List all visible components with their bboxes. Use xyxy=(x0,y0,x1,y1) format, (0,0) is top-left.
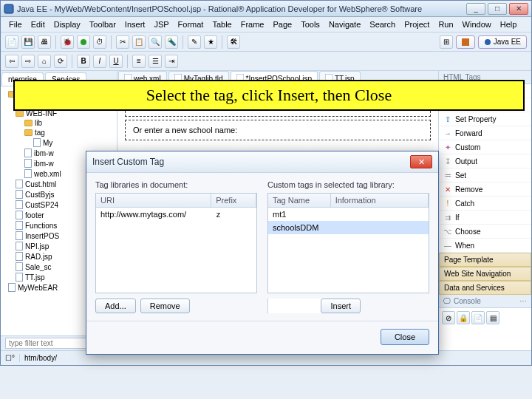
menu-edit[interactable]: Edit xyxy=(27,18,49,30)
console-icon: 🖵 xyxy=(443,297,451,305)
list-icon[interactable]: ☰ xyxy=(149,55,162,68)
customtags-table[interactable]: Tag Name Information mt1 schoolsDDM xyxy=(267,193,429,293)
close-button[interactable]: Close xyxy=(381,329,429,345)
menu-tools[interactable]: Tools xyxy=(297,18,324,30)
save-button[interactable]: 💾 xyxy=(21,35,35,49)
panel-controls-icon[interactable]: ⋯ xyxy=(519,297,527,305)
minimize-button[interactable]: _ xyxy=(466,3,485,15)
profile-button[interactable]: ⏱ xyxy=(93,35,106,49)
close-window-button[interactable]: ✕ xyxy=(509,3,528,15)
menu-format[interactable]: Format xyxy=(174,18,208,30)
open-type-icon[interactable]: 🔍 xyxy=(149,35,162,49)
refresh-icon[interactable]: ⟳ xyxy=(54,55,67,68)
menu-frame[interactable]: Frame xyxy=(237,18,268,30)
bookmarks-icon[interactable]: ★ xyxy=(204,35,217,49)
underline-icon[interactable]: U xyxy=(109,55,123,68)
menu-navigate[interactable]: Navigate xyxy=(325,18,364,30)
indent-icon[interactable]: ⇥ xyxy=(165,55,178,68)
console-btn-2[interactable]: 🔒 xyxy=(457,311,470,324)
console-btn-1[interactable]: ⊘ xyxy=(442,311,455,324)
folder-icon xyxy=(24,129,33,136)
svg-point-1 xyxy=(81,39,86,45)
menu-display[interactable]: Display xyxy=(50,18,84,30)
console-btn-4[interactable]: ▤ xyxy=(486,311,499,324)
window-title: Java EE - MyWeb/WebContent/InsertPOSchoo… xyxy=(17,4,466,13)
perspective-switcher: ⊞ Java EE xyxy=(440,35,527,49)
menubar: File Edit Display Toolbar Insert JSP For… xyxy=(1,17,531,33)
file-icon xyxy=(16,180,23,188)
palette-item-icon: ✦ xyxy=(443,143,452,151)
file-icon xyxy=(16,242,23,250)
tree-item[interactable]: tag xyxy=(2,128,115,137)
menu-run[interactable]: Run xyxy=(434,18,457,30)
italic-icon[interactable]: I xyxy=(93,55,106,68)
menu-jsp[interactable]: JSP xyxy=(150,18,172,30)
perspective-javaee[interactable]: Java EE xyxy=(478,35,527,49)
table-row[interactable]: mt1 xyxy=(268,208,429,221)
add-button[interactable]: Add... xyxy=(95,299,136,313)
toolbar-main: 📄 💾 🖶 🐞 ⏱ ✂ 📋 🔍 🔦 ✎ ★ 🛠 ⊞ Java EE xyxy=(1,33,531,52)
outline-icon[interactable]: ☐° xyxy=(5,354,15,362)
palette-item-icon: — xyxy=(443,241,452,250)
table-row[interactable]: http://www.mytags.com/ z xyxy=(96,208,256,221)
perspective-java-icon[interactable] xyxy=(456,35,475,49)
palette-item[interactable]: —When xyxy=(439,239,531,253)
tree-item[interactable]: lib xyxy=(2,118,115,128)
menu-toolbar[interactable]: Toolbar xyxy=(86,18,120,30)
menu-window[interactable]: Window xyxy=(459,18,495,30)
menu-search[interactable]: Search xyxy=(366,18,399,30)
console-btn-3[interactable]: 📄 xyxy=(471,311,485,324)
svg-rect-2 xyxy=(462,38,469,46)
palette-item-icon: ✕ xyxy=(443,185,452,194)
search-icon[interactable]: 🔦 xyxy=(165,35,178,49)
annotations-icon[interactable]: ✎ xyxy=(188,35,201,49)
dialog-close-x-button[interactable]: ✕ xyxy=(410,155,432,168)
svg-point-3 xyxy=(485,39,491,45)
palette-item[interactable]: !Catch xyxy=(439,197,531,211)
menu-file[interactable]: File xyxy=(5,18,26,30)
palette-item[interactable]: ↧Output xyxy=(439,154,531,168)
palette-cat-page-template[interactable]: Page Template xyxy=(439,253,531,267)
debug-button[interactable]: 🐞 xyxy=(61,35,74,49)
annotation-banner: Select the tag, click Insert, then Close xyxy=(13,80,525,111)
tool-icon[interactable]: 🛠 xyxy=(227,35,240,49)
menu-page[interactable]: Page xyxy=(269,18,296,30)
palette-item[interactable]: ⇉If xyxy=(439,211,531,225)
new-button[interactable]: 📄 xyxy=(5,35,18,49)
file-icon xyxy=(24,159,32,168)
maximize-button[interactable]: □ xyxy=(488,3,507,15)
taglibs-table[interactable]: URI Prefix http://www.mytags.com/ z xyxy=(95,193,257,293)
print-button[interactable]: 🖶 xyxy=(38,35,51,49)
open-perspective-button[interactable]: ⊞ xyxy=(440,35,453,49)
file-icon xyxy=(16,211,23,219)
menu-help[interactable]: Help xyxy=(497,18,521,30)
menu-table[interactable]: Table xyxy=(208,18,235,30)
align-icon[interactable]: ≡ xyxy=(132,55,146,68)
palette-item[interactable]: ✦Custom xyxy=(439,140,531,154)
palette-item-icon: ! xyxy=(443,199,452,208)
table-row[interactable]: schoolsDDM xyxy=(268,221,429,234)
palette-item[interactable]: →Forward xyxy=(439,126,531,140)
insert-button[interactable]: Insert xyxy=(321,299,361,313)
back-button[interactable]: ⇦ xyxy=(5,55,18,68)
palette-item[interactable]: ⇧Set Property xyxy=(439,112,531,126)
cut-icon[interactable]: ✂ xyxy=(116,35,129,49)
file-icon xyxy=(24,149,32,157)
palette-item[interactable]: ≔Set xyxy=(439,168,531,183)
palette-item[interactable]: ✕Remove xyxy=(439,183,531,197)
tree-item[interactable]: My xyxy=(2,137,115,148)
console-tab[interactable]: 🖵 Console ⋯ xyxy=(439,295,531,308)
menu-insert[interactable]: Insert xyxy=(121,18,149,30)
bold-icon[interactable]: B xyxy=(77,55,90,68)
menu-project[interactable]: Project xyxy=(400,18,433,30)
palette-cat-web-site-nav[interactable]: Web Site Navigation xyxy=(439,267,531,281)
copy-icon[interactable]: 📋 xyxy=(132,35,146,49)
palette-item[interactable]: ⌥Choose xyxy=(439,225,531,239)
file-icon xyxy=(8,283,16,292)
remove-button[interactable]: Remove xyxy=(140,299,190,313)
forward-button[interactable]: ⇨ xyxy=(21,55,35,68)
file-icon xyxy=(16,231,23,240)
palette-cat-data-services[interactable]: Data and Services xyxy=(439,281,531,295)
home-icon[interactable]: ⌂ xyxy=(38,55,51,68)
run-button[interactable] xyxy=(77,35,90,49)
